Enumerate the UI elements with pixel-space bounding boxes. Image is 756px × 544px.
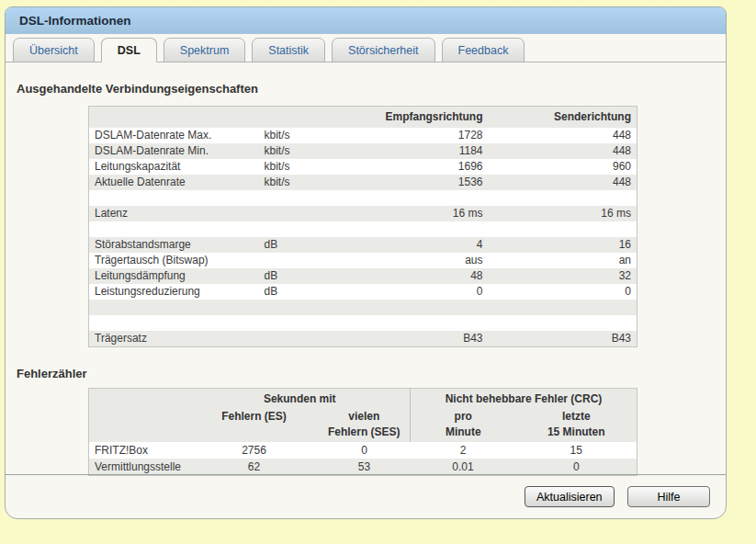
column-header-last-15min: letzte 15 Minuten	[516, 409, 638, 442]
table-row: Vermittlungsstelle62530.010	[89, 459, 638, 476]
table-cell	[259, 206, 346, 221]
table-cell: FRITZ!Box	[89, 442, 190, 459]
table-cell: dB	[259, 237, 346, 253]
table-cell: 62	[190, 459, 319, 476]
table-cell: 15	[516, 442, 638, 459]
table-row	[89, 315, 638, 331]
table-cell: 0	[489, 284, 638, 300]
table-cell: 448	[489, 143, 638, 159]
table-cell: Aktuelle Datenrate	[89, 175, 259, 190]
table-cell: Latenz	[89, 206, 259, 221]
table-cell	[259, 190, 346, 206]
table-cell: DSLAM-Datenrate Min.	[89, 143, 259, 159]
tab-feedback[interactable]: Feedback	[442, 38, 525, 62]
column-header-empty	[89, 409, 190, 442]
table-cell: 2	[411, 442, 516, 459]
tab-stoersicherheit[interactable]: Störsicherheit	[332, 38, 434, 62]
group-header-crc: Nicht behebbare Fehler (CRC)	[411, 389, 638, 410]
table-cell: Leistungsreduzierung	[89, 284, 259, 300]
button-footer: Aktualisieren Hilfe	[6, 474, 726, 518]
table-cell: dB	[259, 284, 346, 300]
table-cell	[89, 315, 259, 331]
table-cell: 1184	[346, 143, 489, 159]
table-cell: kbit/s	[259, 143, 346, 159]
table-row: Trägertausch (Bitswap)ausan	[89, 253, 638, 268]
table-cell: 53	[319, 459, 411, 476]
table-cell: Störabstandsmarge	[89, 237, 259, 253]
table-cell: Leitungsdämpfung	[89, 268, 259, 284]
table-cell: kbit/s	[259, 128, 346, 143]
table-group-header-row: Sekunden mit Nicht behebbare Fehler (CRC…	[89, 389, 638, 410]
table-cell: 448	[489, 175, 638, 190]
column-header-empty	[259, 107, 346, 129]
table-cell	[346, 221, 489, 237]
table-cell	[489, 300, 638, 315]
help-button[interactable]: Hilfe	[627, 486, 710, 507]
column-header-ses: vielen Fehlern (SES)	[319, 409, 411, 442]
column-header-es: Fehlern (ES)	[190, 409, 319, 442]
table-cell	[89, 300, 259, 315]
table-cell: 1728	[346, 128, 489, 143]
table-cell: B43	[346, 331, 489, 347]
table-cell: 0.01	[411, 459, 516, 476]
table-row: LeistungsreduzierungdB00	[89, 284, 638, 300]
table-cell: an	[489, 253, 638, 268]
table-header-row: Fehlern (ES) vielen Fehlern (SES) pro Mi…	[89, 409, 638, 442]
table-row	[89, 190, 638, 206]
table-cell	[489, 315, 638, 331]
table-row: Aktuelle Datenratekbit/s1536448	[89, 175, 638, 190]
table-row: DSLAM-Datenrate Min.kbit/s1184448	[89, 143, 638, 159]
table-cell: 0	[319, 442, 411, 459]
table-cell: 1696	[346, 159, 489, 175]
table-cell	[259, 300, 346, 315]
table-cell: 16	[489, 237, 638, 253]
table-cell: Vermittlungsstelle	[89, 459, 190, 476]
table-row	[89, 221, 638, 237]
connection-properties-table: Empfangsrichtung Senderichtung DSLAM-Dat…	[88, 106, 638, 347]
page-title: DSL-Informationen	[6, 7, 726, 34]
table-cell	[259, 315, 346, 331]
table-cell: kbit/s	[259, 175, 346, 190]
table-header-row: Empfangsrichtung Senderichtung	[89, 107, 638, 129]
tab-statistik[interactable]: Statistik	[252, 38, 325, 62]
table-row: Leitungskapazitätkbit/s1696960	[89, 159, 638, 175]
table-cell: Trägertausch (Bitswap)	[89, 253, 259, 268]
table-cell: B43	[489, 331, 638, 347]
table-cell	[489, 190, 638, 206]
table-cell: 2756	[190, 442, 319, 459]
table-row: FRITZ!Box27560215	[89, 442, 638, 459]
table-row: LeitungsdämpfungdB4832	[89, 268, 638, 284]
table-cell: aus	[346, 253, 489, 268]
group-header-seconds: Sekunden mit	[190, 389, 411, 410]
table-row: DSLAM-Datenrate Max.kbit/s1728448	[89, 128, 638, 143]
table-row: Latenz16 ms16 ms	[89, 206, 638, 221]
tab-spektrum[interactable]: Spektrum	[164, 38, 246, 62]
table-cell: 448	[489, 128, 638, 143]
table-cell	[259, 221, 346, 237]
table-cell	[346, 300, 489, 315]
tab-dsl[interactable]: DSL	[101, 38, 157, 62]
table-cell: DSLAM-Datenrate Max.	[89, 128, 259, 143]
table-cell: 48	[346, 268, 489, 284]
refresh-button[interactable]: Aktualisieren	[525, 486, 615, 507]
table-cell	[346, 315, 489, 331]
column-header-per-minute: pro Minute	[411, 409, 516, 442]
tab-bar: Übersicht DSL Spektrum Statistik Störsic…	[6, 38, 726, 62]
section-heading-connection: Ausgehandelte Verbindungseigenschaften	[17, 82, 726, 96]
table-cell: 0	[516, 459, 638, 476]
table-cell: 16 ms	[489, 206, 638, 221]
table-cell: 960	[489, 159, 638, 175]
error-counter-table: Sekunden mit Nicht behebbare Fehler (CRC…	[88, 388, 638, 476]
table-cell: Leitungskapazität	[89, 159, 259, 175]
table-row: TrägersatzB43B43	[89, 331, 638, 347]
column-header-downstream: Empfangsrichtung	[346, 107, 489, 129]
table-cell	[259, 253, 346, 268]
table-cell	[489, 221, 638, 237]
table-cell: 4	[346, 237, 489, 253]
table-cell	[89, 190, 259, 206]
dsl-information-panel: DSL-Informationen Übersicht DSL Spektrum…	[5, 6, 727, 519]
table-cell	[259, 331, 346, 347]
table-cell: 1536	[346, 175, 489, 190]
tab-uebersicht[interactable]: Übersicht	[13, 38, 95, 62]
column-header-empty	[89, 107, 259, 129]
